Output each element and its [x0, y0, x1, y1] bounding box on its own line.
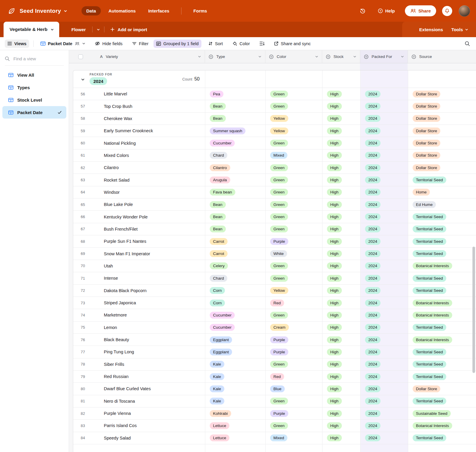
- packed-for-cell[interactable]: 2024: [360, 322, 408, 333]
- hide-fields-button[interactable]: Hide fields: [92, 40, 125, 48]
- column-header-source[interactable]: Source: [408, 50, 476, 63]
- packed-for-cell[interactable]: 2024: [360, 383, 408, 395]
- table-row[interactable]: 78Siber FrillsKaleGreenHigh2024Territori…: [73, 358, 476, 371]
- color-cell[interactable]: Green: [265, 309, 322, 321]
- color-cell[interactable]: Yellow: [265, 125, 322, 137]
- history-icon[interactable]: [360, 8, 366, 14]
- table-row[interactable]: 66Kentucky Wonder PoleBeanGreenHigh2024T…: [73, 211, 476, 223]
- tools-button[interactable]: Tools: [451, 27, 468, 32]
- color-cell[interactable]: Red: [265, 297, 322, 309]
- source-cell[interactable]: Territorial Seed: [408, 432, 476, 444]
- type-cell[interactable]: Celery: [205, 260, 265, 272]
- packed-for-cell[interactable]: 2024: [360, 395, 408, 407]
- packed-for-cell[interactable]: 2024: [360, 260, 408, 272]
- color-cell[interactable]: Green: [265, 162, 322, 174]
- chevron-down-icon[interactable]: [315, 55, 318, 58]
- variety-cell[interactable]: Snow Man F1 Imperator: [93, 248, 205, 259]
- stock-cell[interactable]: High: [322, 420, 360, 431]
- sidebar-item-types[interactable]: Types: [2, 81, 66, 94]
- source-cell[interactable]: Dollar Store: [408, 162, 476, 174]
- sidebar-item-packet-date[interactable]: Packet Date: [2, 106, 66, 119]
- color-cell[interactable]: Green: [265, 186, 322, 198]
- packed-for-cell[interactable]: 2024: [360, 358, 408, 370]
- share-button[interactable]: Share: [405, 5, 436, 16]
- packed-for-cell[interactable]: 2024: [360, 334, 408, 346]
- find-view-input[interactable]: Find a view: [5, 56, 64, 66]
- source-cell[interactable]: Home: [408, 186, 476, 198]
- source-cell[interactable]: Botanical Interests: [408, 334, 476, 346]
- type-cell[interactable]: Bean: [205, 100, 265, 112]
- color-button[interactable]: Color: [230, 40, 253, 48]
- type-cell[interactable]: Fava bean: [205, 186, 265, 198]
- stock-cell[interactable]: High: [322, 211, 360, 223]
- notifications-button[interactable]: [442, 6, 452, 16]
- table-tab-vegetable-herb[interactable]: Vegetable & Herb: [4, 22, 59, 37]
- packed-for-cell[interactable]: 2024: [360, 248, 408, 259]
- variety-cell[interactable]: Black Beauty: [93, 334, 205, 346]
- app-title-chevron-down-icon[interactable]: [64, 9, 67, 13]
- variety-cell[interactable]: Dwarf Blue Curled Vates: [93, 383, 205, 395]
- variety-cell[interactable]: Intense: [93, 272, 205, 284]
- table-row[interactable]: 75LemonCucumberCreamHigh2024Territorial …: [73, 322, 476, 334]
- table-row[interactable]: 84Speedy SaladLettuceMixedHigh2024Territ…: [73, 432, 476, 444]
- filter-button[interactable]: Filter: [129, 40, 151, 48]
- table-row[interactable]: 69Snow Man F1 ImperatorCarrotWhiteHigh20…: [73, 248, 476, 260]
- packed-for-cell[interactable]: 2024: [360, 137, 408, 149]
- stock-cell[interactable]: High: [322, 432, 360, 444]
- type-cell[interactable]: Corn: [205, 285, 265, 297]
- type-cell[interactable]: Cucumber: [205, 309, 265, 321]
- color-cell[interactable]: Cream: [265, 322, 322, 333]
- packed-for-cell[interactable]: 2024: [360, 88, 408, 100]
- packed-for-cell[interactable]: 2024: [360, 100, 408, 112]
- type-cell[interactable]: Cucumber: [205, 322, 265, 333]
- views-button[interactable]: Views: [5, 40, 29, 48]
- packed-for-cell[interactable]: 2024: [360, 309, 408, 321]
- type-cell[interactable]: Summer squash: [205, 125, 265, 137]
- type-cell[interactable]: Eggplant: [205, 346, 265, 358]
- source-cell[interactable]: Dollar Store: [408, 125, 476, 137]
- packed-for-cell[interactable]: 2024: [360, 346, 408, 358]
- column-header-stock[interactable]: Stock: [322, 50, 360, 63]
- type-cell[interactable]: Bean: [205, 199, 265, 210]
- variety-cell[interactable]: Rocket Salad: [93, 174, 205, 186]
- source-cell[interactable]: Territorial Seed: [408, 395, 476, 407]
- table-row[interactable]: 65Blue Lake PoleBeanGreenHigh2024Ed Hume: [73, 199, 476, 211]
- packed-for-cell[interactable]: 2024: [360, 125, 408, 137]
- sidebar-item-view-all[interactable]: View All: [2, 69, 66, 81]
- packed-for-cell[interactable]: 2024: [360, 199, 408, 210]
- color-cell[interactable]: Green: [265, 395, 322, 407]
- type-cell[interactable]: Cucumber: [205, 137, 265, 149]
- stock-cell[interactable]: High: [322, 235, 360, 247]
- packed-for-cell[interactable]: 2024: [360, 149, 408, 161]
- table-row[interactable]: 61Mixed ColorsChardMixedHigh2024Dollar S…: [73, 149, 476, 162]
- table-row[interactable]: 83Parris Island CosLettuceGreenHigh2024B…: [73, 420, 476, 432]
- color-cell[interactable]: Yellow: [265, 113, 322, 125]
- packed-for-cell[interactable]: 2024: [360, 211, 408, 223]
- source-cell[interactable]: Territorial Seed: [408, 322, 476, 333]
- source-cell[interactable]: Dollar Store: [408, 383, 476, 395]
- source-cell[interactable]: Territorial Seed: [408, 272, 476, 284]
- type-cell[interactable]: Arugula: [205, 174, 265, 186]
- stock-cell[interactable]: High: [322, 358, 360, 370]
- table-row[interactable]: 64WindsorFava beanGreenHigh2024Home: [73, 186, 476, 199]
- stock-cell[interactable]: High: [322, 100, 360, 112]
- stock-cell[interactable]: High: [322, 88, 360, 100]
- sort-button[interactable]: Sort: [206, 40, 226, 48]
- table-row[interactable]: 82Purple ViennaKohlrabiPurpleHigh2024Sus…: [73, 407, 476, 420]
- color-cell[interactable]: Green: [265, 174, 322, 186]
- table-row[interactable]: 57Top Crop BushBeanGreenHigh2024Dollar S…: [73, 100, 476, 112]
- color-cell[interactable]: Green: [265, 420, 322, 431]
- source-cell[interactable]: Territorial Seed: [408, 174, 476, 186]
- table-row[interactable]: 74MarketmoreCucumberGreenHigh2024Botanic…: [73, 309, 476, 321]
- color-cell[interactable]: Mixed: [265, 432, 322, 444]
- source-cell[interactable]: Territorial Seed: [408, 235, 476, 247]
- stock-cell[interactable]: High: [322, 285, 360, 297]
- variety-cell[interactable]: Parris Island Cos: [93, 420, 205, 431]
- type-cell[interactable]: Corn: [205, 297, 265, 309]
- color-cell[interactable]: Red: [265, 371, 322, 382]
- table-row[interactable]: 76Black BeautyEggplantPurpleHigh2024Bota…: [73, 334, 476, 346]
- table-row[interactable]: 56Little MarvelPeaGreenHigh2024Dollar St…: [73, 88, 476, 100]
- type-cell[interactable]: Kale: [205, 358, 265, 370]
- column-header-variety[interactable]: A Variety: [92, 50, 205, 63]
- table-row[interactable]: 81Nero di ToscanaKaleGreenHigh2024Territ…: [73, 395, 476, 407]
